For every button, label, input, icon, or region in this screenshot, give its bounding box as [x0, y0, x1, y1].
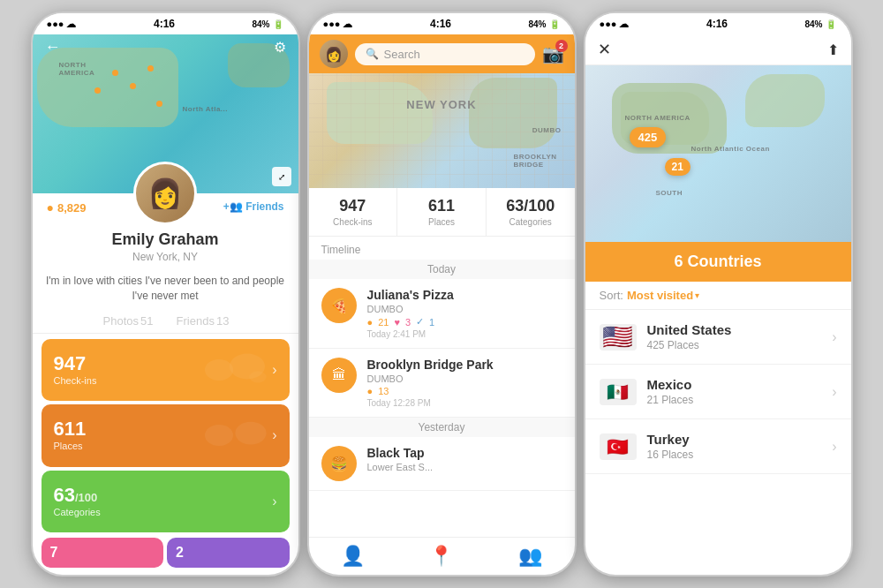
world-land-2: [745, 74, 825, 127]
categories-num: 63/100: [490, 197, 571, 215]
coin-icon: ●: [367, 317, 374, 328]
tab-photos[interactable]: Photos51: [102, 314, 154, 328]
mexico-places: 21 Places: [647, 394, 822, 406]
country-list: 🇺🇸 United States 425 Places › 🇲🇽 Mexico …: [585, 310, 851, 575]
time-2: 4:16: [430, 18, 451, 30]
map-dot: [156, 101, 162, 107]
countries-title: 6 Countries: [600, 253, 837, 271]
pizza-meta: ● 21 ♥ 3 ✓ 1: [367, 316, 562, 328]
stat-card-categories[interactable]: 63/100 Categories ›: [42, 471, 290, 532]
stat-card-places[interactable]: 611 Places ›: [42, 404, 290, 466]
mini-stat-pink[interactable]: 7: [42, 538, 164, 568]
back-button[interactable]: ←: [45, 38, 61, 57]
categories-label: Categories: [54, 507, 101, 517]
bottom-navigation: 👤 📍 👥: [309, 537, 575, 575]
check-icon: ✓: [416, 316, 424, 328]
ny-map-label: NEW YORK: [406, 98, 476, 111]
stat-places: 611 Places: [397, 188, 487, 236]
sort-chevron-icon[interactable]: ▾: [695, 290, 699, 300]
turkey-arrow: ›: [832, 439, 836, 455]
places-lbl: Places: [401, 217, 482, 227]
search-bar[interactable]: 🔍 Search: [355, 43, 535, 65]
stats-bar: 947 Check-ins 611 Places 63/100 Categori…: [309, 188, 575, 237]
coin-icon-2: ●: [367, 386, 374, 396]
battery-3: 84% 🔋: [804, 19, 836, 29]
bottom-stat-cards: 7 2: [33, 538, 298, 575]
blacktap-icon: 🍔: [321, 446, 357, 481]
signal-icons: ●●● ☁: [47, 19, 77, 30]
country-item-us[interactable]: 🇺🇸 United States 425 Places ›: [585, 310, 851, 365]
us-flag: 🇺🇸: [600, 324, 637, 351]
map-dot: [112, 70, 118, 76]
time-1: 4:16: [154, 18, 175, 30]
pizza-name: Juliana's Pizza: [367, 288, 562, 302]
friends-button[interactable]: +👥 Friends: [223, 200, 284, 213]
yesterday-label: Yesterday: [309, 418, 575, 437]
svg-point-0: [205, 359, 233, 381]
country-item-mx[interactable]: 🇲🇽 Mexico 21 Places ›: [585, 365, 851, 419]
notification-badge: 2: [555, 40, 568, 52]
nav-profile[interactable]: 👤: [341, 545, 365, 568]
svg-point-2: [249, 371, 266, 382]
group-icon: 👥: [518, 545, 542, 568]
search-placeholder: Search: [384, 48, 420, 61]
heart-icon: ♥: [394, 317, 400, 328]
status-bar-1: ●●● ☁ 4:16 84% 🔋: [33, 13, 298, 34]
stat-card-checkins[interactable]: 947 Check-ins ›: [42, 339, 290, 401]
nav-friends[interactable]: 👥: [518, 545, 542, 568]
south-label: SOUTH: [656, 189, 683, 197]
map-label-ocean: North Atla...: [183, 105, 229, 113]
turkey-places: 16 Places: [647, 449, 822, 461]
mexico-bubble: 21: [665, 158, 691, 176]
turkey-name: Turkey: [647, 432, 822, 447]
pizza-icon: 🍕: [321, 288, 357, 323]
world-map-decoration-2: [201, 418, 272, 453]
world-map-decoration: [201, 352, 272, 388]
map-dot: [130, 83, 136, 89]
tab-friends[interactable]: Friends13: [175, 314, 230, 328]
close-button[interactable]: ✕: [598, 40, 611, 59]
notifications-button[interactable]: 📷 2: [542, 43, 564, 64]
stat-checkins: 947 Check-ins: [309, 188, 398, 236]
timeline-item-blacktap[interactable]: 🍔 Black Tap Lower East S...: [309, 437, 575, 491]
person-icon: 👤: [341, 545, 365, 568]
avatar: 👩: [133, 162, 197, 225]
battery-1: 84% 🔋: [252, 19, 283, 29]
sort-value[interactable]: Most visited: [627, 289, 693, 302]
header-avatar[interactable]: 👩: [320, 40, 348, 68]
signal-icons-3: ●●● ☁: [600, 19, 630, 30]
settings-button[interactable]: ⚙: [274, 39, 286, 56]
stat-arrow: ›: [272, 362, 276, 378]
north-atlantic-label: North Atlantic Ocean: [691, 145, 770, 153]
pin-icon: 📍: [429, 545, 453, 568]
country-item-tr[interactable]: 🇹🇷 Turkey 16 Places ›: [585, 419, 851, 474]
park-name: Brooklyn Bridge Park: [367, 358, 562, 372]
categories-lbl: Categories: [490, 217, 571, 227]
mexico-flag: 🇲🇽: [600, 379, 637, 405]
checkins-number: 947: [54, 354, 97, 373]
sort-bar: Sort: Most visited ▾: [585, 282, 851, 310]
bridge-label: BROOKLYNBRIDGE: [513, 153, 556, 169]
places-label: Places: [54, 441, 87, 451]
park-icon: 🏛: [321, 358, 357, 393]
status-bar-3: ●●● ☁ 4:16 84% 🔋: [585, 13, 851, 34]
map-label-north-america: NORTHAMERICA: [59, 61, 95, 77]
profile-name: Emily Graham: [111, 230, 218, 249]
mexico-arrow: ›: [832, 384, 836, 400]
battery-2: 84% 🔋: [528, 19, 560, 29]
nav-map[interactable]: 📍: [429, 545, 453, 568]
timeline: Today 🍕 Juliana's Pizza DUMBO ● 21 ♥ 3 ✓…: [309, 260, 575, 537]
phone-profile: ●●● ☁ 4:16 84% 🔋 NORTHAMERICA North Atla…: [31, 11, 300, 577]
pizza-place: DUMBO: [367, 304, 562, 314]
north-america-label: NORTH AMERICA: [625, 114, 691, 122]
phone-timeline: ●●● ☁ 4:16 84% 🔋 👩 🔍 Search 📷 2 NEW YORK…: [307, 11, 577, 577]
coins-display: ● 8,829: [47, 200, 87, 215]
places-num: 611: [401, 197, 482, 215]
share-button[interactable]: ⬆: [827, 41, 839, 58]
timeline-item-pizza[interactable]: 🍕 Juliana's Pizza DUMBO ● 21 ♥ 3 ✓ 1 Tod…: [309, 279, 575, 349]
stat-categories: 63/100 Categories: [487, 188, 575, 236]
signal-icons-2: ●●● ☁: [323, 19, 353, 30]
timeline-item-park[interactable]: 🏛 Brooklyn Bridge Park DUMBO ● 13 Today …: [309, 349, 575, 418]
map-dot: [94, 87, 101, 94]
mini-stat-purple[interactable]: 2: [167, 538, 290, 568]
